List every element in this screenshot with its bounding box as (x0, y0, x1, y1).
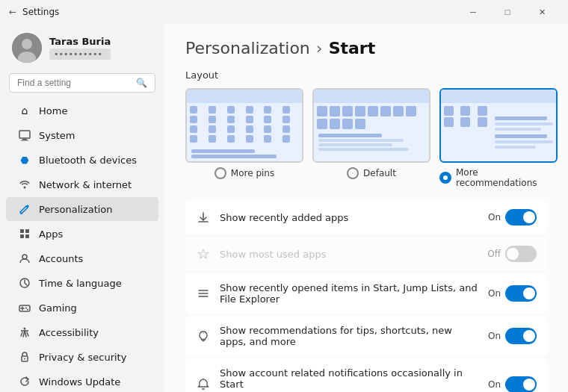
breadcrumb-parent: Personalization (185, 39, 310, 57)
toggle-recommendations[interactable] (505, 328, 537, 344)
toggle-recently-added[interactable] (505, 209, 537, 225)
list-icon (196, 286, 211, 301)
sidebar-item-system[interactable]: System (6, 123, 158, 147)
accounts-icon (18, 252, 31, 265)
maximize-button[interactable]: □ (490, 0, 525, 24)
toggle-thumb (523, 330, 535, 342)
sidebar-item-accessibility[interactable]: Accessibility (6, 320, 158, 344)
breadcrumb-arrow: › (316, 39, 323, 57)
radio-more-pins[interactable]: More pins (214, 167, 274, 179)
sidebar-item-label: Network & internet (39, 179, 132, 190)
toggle-recently-opened[interactable] (505, 285, 537, 302)
svg-point-12 (22, 255, 27, 259)
bluetooth-icon: ⬣ (18, 153, 31, 167)
setting-row-recommendations: Show recommendations for tips, shortcuts… (185, 316, 547, 356)
setting-label: Show recently added apps (220, 212, 479, 223)
sidebar-item-network[interactable]: Network & internet (6, 172, 158, 196)
sidebar-item-label: Gaming (39, 302, 77, 314)
radio-circle-more-recommendations (439, 172, 451, 184)
sidebar-item-bluetooth[interactable]: ⬣ Bluetooth & devices (6, 148, 158, 172)
setting-text: Show recently added apps (220, 212, 479, 223)
layout-section-label: Layout (185, 69, 547, 81)
setting-row-most-used: Show most used apps Off (185, 237, 547, 271)
svg-rect-10 (20, 234, 24, 238)
page-header: Personalization › Start (185, 39, 547, 57)
sidebar-item-update[interactable]: Windows Update (6, 370, 158, 392)
layout-preview-more-recommendations (439, 88, 558, 163)
toggle-label: On (488, 212, 501, 223)
svg-point-18 (27, 309, 28, 311)
avatar[interactable] (12, 33, 42, 63)
layout-preview-default (312, 88, 430, 163)
sidebar-item-label: Home (39, 105, 67, 116)
search-icon: 🔍 (136, 78, 147, 88)
breadcrumb: Personalization › Start (185, 39, 547, 57)
svg-rect-5 (21, 140, 28, 141)
content-area: Personalization › Start Layout (164, 24, 568, 392)
sidebar: Taras Buria •••••••••• 🔍 ⌂ Home System ⬣… (0, 24, 164, 392)
sidebar-item-apps[interactable]: Apps (6, 222, 158, 246)
settings-rows: Show recently added apps On Show most us… (185, 200, 547, 392)
titlebar-left: ← Settings (9, 7, 59, 17)
layout-preview-more-pins (185, 88, 303, 163)
toggle-most-used[interactable] (505, 246, 537, 262)
sidebar-item-time[interactable]: Time & language (6, 271, 158, 295)
toggle-account-notifications[interactable] (505, 376, 537, 393)
titlebar: ← Settings ─ □ ✕ (0, 0, 568, 24)
svg-point-6 (24, 187, 26, 189)
setting-control: On (488, 209, 537, 225)
sidebar-item-gaming[interactable]: Gaming (6, 296, 158, 320)
user-name: Taras Buria (49, 36, 111, 47)
close-button[interactable]: ✕ (525, 0, 559, 24)
sidebar-item-label: Accounts (39, 253, 83, 264)
setting-control: On (488, 285, 537, 302)
svg-rect-8 (20, 229, 24, 233)
setting-text: Show account related notifications occas… (220, 367, 479, 392)
sidebar-item-privacy[interactable]: Privacy & security (6, 345, 158, 369)
setting-label: Show most used apps (220, 249, 478, 260)
toggle-thumb (507, 248, 519, 260)
setting-row-account-notifications: Show account related notifications occas… (185, 358, 547, 392)
toggle-label: On (488, 331, 501, 341)
sidebar-item-label: Time & language (39, 278, 122, 289)
svg-rect-11 (25, 234, 29, 238)
back-button[interactable]: ← (9, 7, 16, 17)
toggle-thumb (523, 211, 535, 223)
sidebar-item-home[interactable]: ⌂ Home (6, 99, 158, 122)
breadcrumb-current: Start (329, 39, 376, 57)
radio-label: More recommendations (456, 167, 558, 188)
accessibility-icon (18, 326, 31, 339)
layout-option-more-pins[interactable]: More pins (185, 88, 303, 188)
setting-label: Show recently opened items in Start, Jum… (220, 282, 479, 305)
setting-control: Off (487, 246, 537, 262)
radio-default[interactable]: Default (347, 167, 396, 179)
svg-marker-24 (199, 249, 209, 258)
sidebar-item-label: Apps (39, 228, 63, 240)
sidebar-item-label: Privacy & security (39, 352, 126, 363)
toggle-thumb (523, 287, 535, 299)
svg-rect-9 (25, 229, 29, 233)
sidebar-item-label: Accessibility (39, 327, 99, 338)
layout-option-default[interactable]: Default (312, 88, 430, 188)
layout-option-more-recommendations[interactable]: More recommendations (439, 88, 558, 188)
radio-circle-default (347, 167, 359, 179)
network-icon (18, 178, 31, 191)
setting-text: Show recently opened items in Start, Jum… (220, 282, 479, 305)
sidebar-item-personalization[interactable]: Personalization (6, 197, 158, 221)
privacy-icon (18, 350, 31, 364)
radio-more-recommendations[interactable]: More recommendations (439, 167, 558, 188)
home-icon: ⌂ (18, 104, 31, 117)
setting-control: On (488, 376, 537, 393)
search-box[interactable]: 🔍 (9, 73, 155, 93)
toggle-thumb (523, 379, 535, 391)
sidebar-item-accounts[interactable]: Accounts (6, 246, 158, 270)
lightbulb-icon (196, 329, 211, 343)
minimize-button[interactable]: ─ (456, 0, 490, 24)
titlebar-controls: ─ □ ✕ (456, 0, 559, 24)
sidebar-item-label: System (39, 130, 75, 141)
svg-point-22 (24, 358, 25, 360)
search-input[interactable] (17, 78, 130, 88)
svg-point-17 (25, 308, 27, 309)
gaming-icon (18, 301, 31, 314)
toggle-label: On (488, 288, 501, 299)
